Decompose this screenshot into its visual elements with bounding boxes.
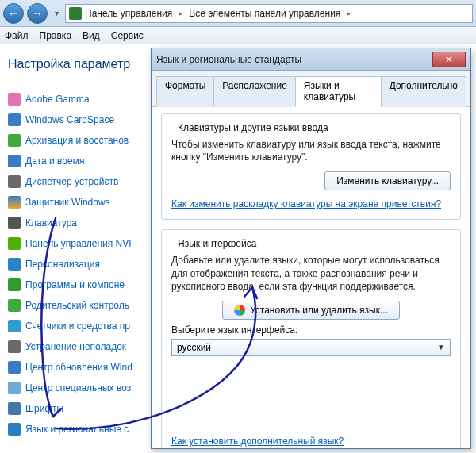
menu-edit[interactable]: Правка [40, 30, 72, 41]
personalization-icon [8, 258, 21, 271]
tab-additional[interactable]: Дополнительно [381, 76, 466, 107]
cp-item-label: Персонализация [25, 259, 100, 270]
cp-item-label: Шрифты [25, 403, 63, 414]
keyboard-icon [8, 217, 21, 229]
keyboards-group: Клавиатуры и другие языки ввода Чтобы из… [161, 113, 461, 220]
tab-formats[interactable]: Форматы [156, 76, 214, 107]
menu-service[interactable]: Сервис [111, 30, 144, 41]
device-manager-icon [8, 175, 21, 188]
clock-icon [8, 155, 21, 167]
cp-item-label: Родительский контроль [25, 300, 129, 311]
cp-item-label: Защитник Windows [25, 197, 110, 208]
cp-item-label: Adobe Gamma [25, 94, 90, 105]
change-keyboard-button-label: Изменить клавиатуру... [336, 175, 439, 186]
keyboards-group-desc: Чтобы изменить клавиатуру или язык ввода… [171, 138, 451, 163]
chevron-down-icon: ▼ [437, 343, 445, 351]
nvidia-icon [8, 237, 21, 250]
windows-update-icon [8, 361, 21, 374]
interface-language-select[interactable]: русский ▼ [171, 339, 451, 356]
cp-item-label: Клавиатура [25, 217, 77, 228]
tab-keyboards-languages[interactable]: Языки и клавиатуры [295, 76, 382, 107]
perfmon-icon [8, 320, 21, 332]
back-button[interactable]: ← [3, 3, 24, 24]
cp-item-label: Центр специальных воз [25, 382, 131, 393]
cp-item-label: Центр обновления Wind [25, 362, 132, 373]
cp-item-label: Язык и региональные с [25, 424, 129, 435]
adobe-gamma-icon [8, 93, 21, 106]
ui-language-group-title: Язык интерфейса [175, 238, 259, 249]
forward-button[interactable]: → [27, 3, 48, 24]
dialog-titlebar[interactable]: Язык и региональные стандарты ✕ [152, 48, 470, 71]
window-navigation-bar: ← → ▾ Панель управления ▸ Все элементы п… [0, 0, 476, 27]
interface-language-value: русский [177, 342, 211, 353]
shield-icon [234, 305, 245, 316]
ui-language-group-desc: Добавьте или удалите языки, которые могу… [171, 254, 451, 293]
control-panel-icon [69, 7, 82, 20]
menu-file[interactable]: Файл [5, 30, 29, 41]
keyboard-welcome-link[interactable]: Как изменить раскладку клавиатуры на экр… [171, 198, 441, 209]
tab-location[interactable]: Расположение [213, 76, 296, 107]
install-additional-language-link[interactable]: Как установить дополнительный язык? [171, 436, 344, 447]
cp-item-label: Windows CardSpace [25, 114, 114, 125]
dialog-tabs: Форматы Расположение Языки и клавиатуры … [152, 71, 470, 107]
ui-language-group: Язык интерфейса Добавьте или удалите язы… [161, 229, 461, 448]
troubleshoot-icon [8, 340, 21, 353]
cp-item-label: Дата и время [25, 155, 84, 167]
address-bar[interactable]: Панель управления ▸ Все элементы панели … [65, 4, 473, 23]
history-dropdown[interactable]: ▾ [51, 6, 62, 21]
breadcrumb-2[interactable]: Все элементы панели управления [189, 8, 340, 19]
cp-item-label: Диспетчер устройств [25, 176, 118, 187]
accessibility-icon [8, 382, 21, 394]
menu-view[interactable]: Вид [83, 30, 100, 41]
change-keyboard-button[interactable]: Изменить клавиатуру... [324, 171, 451, 190]
programs-icon [8, 278, 21, 291]
close-icon: ✕ [445, 54, 453, 65]
close-button[interactable]: ✕ [432, 52, 466, 67]
breadcrumb-1[interactable]: Панель управления [85, 8, 172, 19]
breadcrumb-sep-1: ▸ [175, 9, 186, 17]
install-remove-language-button[interactable]: Установить или удалить язык... [222, 301, 400, 320]
defender-icon [8, 196, 21, 209]
parental-icon [8, 299, 21, 312]
keyboards-group-title: Клавиатуры и другие языки ввода [175, 122, 332, 133]
dialog-title: Язык и региональные стандарты [156, 54, 301, 65]
globe-icon [8, 423, 21, 436]
cp-item-label: Программы и компоне [25, 279, 125, 290]
cp-item-label: Счетчики и средства пр [25, 321, 130, 332]
backup-icon [8, 134, 21, 147]
fonts-icon [8, 402, 21, 415]
cp-item-label: Архивация и восстанов [25, 135, 129, 146]
cp-item-label: Устранение неполадок [25, 341, 126, 352]
select-language-label: Выберите язык интерфейса: [171, 324, 451, 336]
region-language-dialog: Язык и региональные стандарты ✕ Форматы … [151, 48, 471, 449]
breadcrumb-sep-2: ▸ [344, 9, 354, 17]
install-remove-language-label: Установить или удалить язык... [250, 305, 388, 316]
cp-item-label: Панель управления NVI [25, 238, 132, 249]
menu-bar: Файл Правка Вид Сервис [0, 27, 476, 44]
dialog-body: Клавиатуры и другие языки ввода Чтобы из… [152, 107, 470, 448]
cardspace-icon [8, 113, 21, 126]
